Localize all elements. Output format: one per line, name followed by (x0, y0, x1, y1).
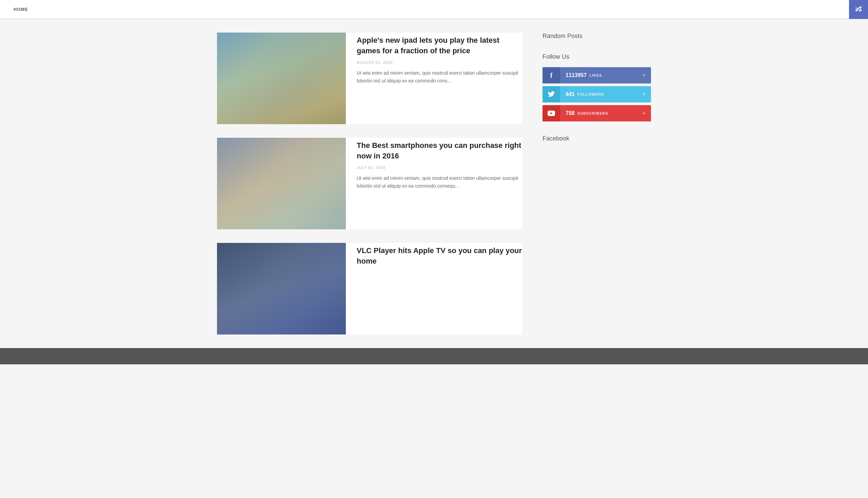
nav-home[interactable]: HOME (14, 5, 28, 13)
header: HOME (0, 0, 868, 19)
follow-us-section: Follow Us f 1113957 LIKES + (543, 53, 651, 121)
article-excerpt: Ut wisi enim ad minim veniam, quis nostr… (357, 69, 522, 86)
facebook-follow-button[interactable]: f 1113957 LIKES + (543, 67, 651, 83)
youtube-icon (543, 105, 560, 121)
article-image (217, 32, 346, 124)
facebook-heading: Facebook (543, 135, 651, 142)
follow-us-heading: Follow Us (543, 53, 651, 61)
article-date: JULY 01, 2016 (357, 166, 522, 170)
main-container: Apple's new ipad lets you play the lates… (197, 19, 671, 348)
article-card: VLC Player hits Apple TV so you can play… (217, 243, 522, 335)
facebook-plus-icon: + (642, 72, 645, 79)
article-image (217, 243, 346, 335)
article-title[interactable]: VLC Player hits Apple TV so you can play… (357, 246, 522, 267)
youtube-follow-button[interactable]: 758 SUBSCRIBERS + (543, 105, 651, 121)
article-date: AUGUST 01, 2016 (357, 61, 522, 64)
article-body: Apple's new ipad lets you play the lates… (357, 32, 522, 124)
facebook-label: LIKES (589, 73, 602, 77)
youtube-label: SUBSCRIBERS (577, 111, 608, 115)
twitter-follow-button[interactable]: 441 FOLLOWERS + (543, 86, 651, 103)
twitter-count-area: 441 FOLLOWERS + (560, 91, 651, 98)
footer (0, 348, 868, 364)
article-title[interactable]: The Best smartphones you can purchase ri… (357, 141, 522, 161)
facebook-count: 1113957 (565, 72, 587, 78)
facebook-count-area: 1113957 LIKES + (560, 72, 651, 79)
twitter-count: 441 (565, 91, 575, 97)
twitter-plus-icon: + (642, 91, 645, 98)
youtube-count-area: 758 SUBSCRIBERS + (560, 110, 651, 117)
article-body: VLC Player hits Apple TV so you can play… (357, 243, 522, 335)
article-body: The Best smartphones you can purchase ri… (357, 138, 522, 229)
youtube-count: 758 (565, 110, 575, 116)
shuffle-icon (855, 6, 862, 13)
twitter-icon (543, 86, 560, 103)
header-nav: HOME (14, 5, 28, 13)
random-button[interactable] (849, 0, 868, 19)
youtube-plus-icon: + (642, 110, 645, 117)
article-card: The Best smartphones you can purchase ri… (217, 138, 522, 229)
article-card: Apple's new ipad lets you play the lates… (217, 32, 522, 124)
sidebar: Random Posts Follow Us f 1113957 LIKES + (543, 32, 651, 335)
random-posts-section: Random Posts (543, 32, 651, 40)
facebook-icon: f (543, 67, 560, 83)
article-excerpt: Ut wisi enim ad minim veniam, quis nostr… (357, 174, 522, 191)
facebook-section: Facebook (543, 135, 651, 142)
article-title[interactable]: Apple's new ipad lets you play the lates… (357, 35, 522, 56)
article-image (217, 138, 346, 229)
random-posts-heading: Random Posts (543, 32, 651, 40)
twitter-label: FOLLOWERS (577, 92, 604, 96)
content-area: Apple's new ipad lets you play the lates… (217, 32, 522, 335)
